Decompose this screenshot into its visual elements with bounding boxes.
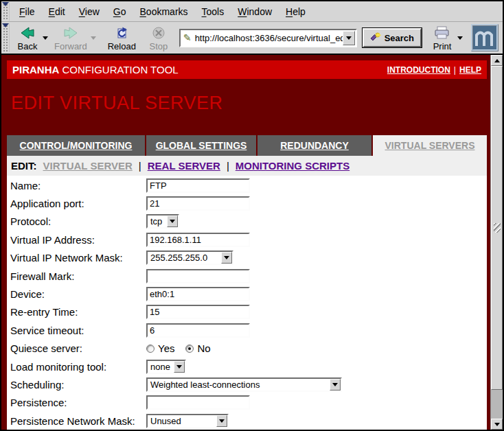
forward-label: Forward [54,41,87,51]
menu-help[interactable]: Help [279,3,312,20]
subnav-virtual-server-link[interactable]: VIRTUAL SERVER [43,160,133,172]
print-button[interactable]: Print [427,23,457,52]
chevron-down-icon [216,415,227,427]
quiesce-yes-radio[interactable] [146,345,154,353]
menu-go[interactable]: Go [106,3,133,20]
vip-netmask-select-value: 255.255.255.0 [148,253,221,263]
application-port-input[interactable] [146,196,250,211]
menu-window[interactable]: Window [231,3,279,20]
url-history-dropdown[interactable] [343,31,355,45]
subnav-monitoring-scripts-link[interactable]: MONITORING SCRIPTS [236,160,350,172]
reload-button[interactable]: Reload [104,23,139,52]
print-icon [434,25,450,41]
protocol-label: Protocol: [7,216,146,227]
menu-bookmarks[interactable]: Bookmarks [133,3,195,20]
form-row-vip-netmask: Virtual IP Network Mask: 255.255.255.0 [7,249,487,267]
form-row-scheduling: Scheduling: Weighted least-connections [7,375,487,393]
forward-dropdown-icon[interactable] [91,36,96,40]
scheduling-select[interactable]: Weighted least-connections [146,377,342,392]
page-viewport: PIRANHA CONFIGURATION TOOL INTRODUCTION … [1,54,503,430]
menu-file[interactable]: File [12,3,42,20]
stop-button[interactable]: Stop [144,23,174,52]
form-row-virtual-ip: Virtual IP Address: [7,231,487,248]
tab-redundancy[interactable]: REDUNDANCY [257,135,371,156]
form-row-persistence-netmask: Persistence Network Mask: Unused [7,412,487,430]
url-input[interactable]: http://localhost:3636/secure/virtual_edi… [195,33,343,43]
firewall-mark-input[interactable] [146,269,250,283]
form-row-service-timeout: Service timeout: [7,321,487,339]
quiesce-no-radio[interactable] [185,345,194,353]
virtual-ip-input[interactable] [146,233,250,247]
vip-netmask-select[interactable]: 255.255.255.0 [146,251,233,265]
navigation-toolbar: Back Forward Reload Stop ✎ http://localh… [1,22,503,54]
app-title: PIRANHA CONFIGURATION TOOL [12,64,179,75]
subnav-separator: | [139,160,141,172]
menu-tools[interactable]: Tools [195,3,231,20]
subnav-prefix: EDIT: [11,160,37,172]
reentry-time-input[interactable] [146,305,250,319]
form-row-quiesce-server: Quiesce server: Yes No [7,340,487,358]
reload-icon [115,25,128,41]
protocol-select[interactable]: tcp [146,214,179,229]
name-input[interactable] [146,178,250,193]
app-banner: PIRANHA CONFIGURATION TOOL INTRODUCTION … [7,60,487,79]
page-content: PIRANHA CONFIGURATION TOOL INTRODUCTION … [1,55,490,430]
firewall-mark-label: Firewall Mark: [7,270,146,282]
bookmark-page-icon[interactable]: ✎ [183,32,192,43]
search-icon [370,32,381,44]
scrollbar-track[interactable] [491,390,503,419]
scroll-down-button[interactable] [491,419,503,430]
application-port-label: Application port: [7,198,146,209]
print-label: Print [433,41,452,51]
edit-subnav: EDIT: VIRTUAL SERVER | REAL SERVER | MON… [7,156,487,176]
introduction-link[interactable]: INTRODUCTION [387,65,450,75]
persistence-netmask-select[interactable]: Unused [146,414,229,428]
back-button[interactable]: Back [12,23,43,52]
tab-control-monitoring[interactable]: CONTROL/MONITORING [7,135,145,156]
quiesce-no-label: No [197,342,210,354]
browser-window: File Edit View Go Bookmarks Tools Window… [0,0,504,431]
forward-icon [63,25,78,41]
load-monitoring-select[interactable]: none [146,360,186,374]
vertical-scrollbar[interactable] [490,55,503,430]
subnav-real-server-link[interactable]: REAL SERVER [148,160,220,172]
search-button[interactable]: Search [363,28,422,47]
persistence-netmask-select-value: Unused [148,416,216,426]
print-dropdown-icon[interactable] [457,36,463,40]
load-monitoring-label: Load monitoring tool: [7,361,146,373]
form-row-firewall-mark: Firewall Mark: [7,267,487,285]
menu-view[interactable]: View [72,3,106,20]
form-row-load-monitoring: Load monitoring tool: none [7,358,487,375]
mozilla-m-icon [474,28,495,47]
stop-label: Stop [150,41,168,51]
mozilla-logo[interactable] [471,24,499,51]
virtual-ip-label: Virtual IP Address: [7,234,146,246]
scroll-up-button[interactable] [491,55,503,66]
form-row-protocol: Protocol: tcp [7,213,487,231]
toolbar-grippy[interactable] [2,2,10,21]
menu-bar: File Edit View Go Bookmarks Tools Window… [1,1,503,22]
quiesce-yes-label: Yes [158,342,174,354]
search-label: Search [385,33,414,43]
help-link[interactable]: HELP [459,65,481,75]
scrollbar-thumb[interactable] [491,66,503,390]
menu-edit[interactable]: Edit [42,3,72,20]
stop-icon [152,25,165,41]
url-bar[interactable]: ✎ http://localhost:3636/secure/virtual_e… [179,29,357,47]
service-timeout-input[interactable] [146,323,250,338]
back-icon [20,25,35,41]
forward-button[interactable]: Forward [51,23,91,52]
device-label: Device: [7,288,146,300]
toolbar-grippy[interactable] [2,23,10,52]
back-dropdown-icon[interactable] [43,36,48,40]
scheduling-label: Scheduling: [7,379,146,391]
tab-global-settings[interactable]: GLOBAL SETTINGS [146,135,256,156]
chevron-down-icon [167,216,178,227]
service-timeout-label: Service timeout: [7,325,146,336]
persistence-input[interactable] [146,395,250,410]
virtual-server-form: Name: Application port: Protocol: tcp [7,176,487,430]
device-input[interactable] [146,287,250,301]
page-title: EDIT VIRTUAL SERVER [11,93,487,113]
chevron-down-icon [346,36,352,40]
tab-virtual-servers[interactable]: VIRTUAL SERVERS [373,135,487,156]
